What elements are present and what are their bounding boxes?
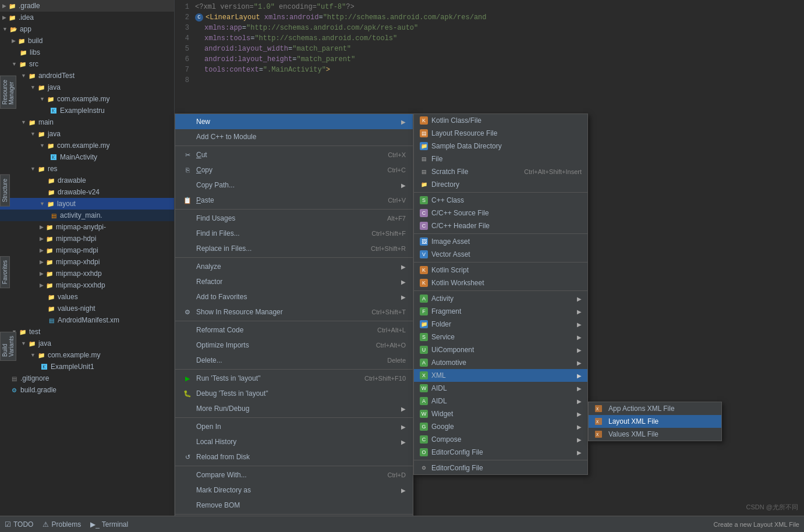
tree-item-drawable-v24[interactable]: 📁 drawable-v24 <box>0 186 174 198</box>
tree-item-exampleunit[interactable]: 🅺 ExampleUnit1 <box>0 361 174 373</box>
submenu-scratch-file[interactable]: ▤ Scratch File Ctrl+Alt+Shift+Insert <box>414 165 587 178</box>
tree-item-build[interactable]: ▶ 📁 build <box>0 35 174 47</box>
menu-item-add-favorites[interactable]: Add to Favorites ▶ <box>175 289 413 304</box>
menu-item-paste[interactable]: 📋 Paste Ctrl+V <box>175 193 413 208</box>
submenu-kotlin-worksheet[interactable]: K Kotlin Worksheet <box>414 276 587 289</box>
tree-item-mipmap-xxhdpi[interactable]: ▶ 📁 mipmap-xxhdp <box>0 268 174 279</box>
tree-item-mipmap-anydpi[interactable]: ▶ 📁 mipmap-anydpi- <box>0 221 174 233</box>
submenu-xml-values[interactable]: X Values XML File <box>589 428 721 441</box>
submenu-cpp-class[interactable]: S C++ Class <box>414 194 587 207</box>
menu-item-replace[interactable]: Replace in Files... Ctrl+Shift+R <box>175 241 413 256</box>
submenu-widget[interactable]: W Widget ▶ <box>414 407 587 420</box>
submenu-automotive[interactable]: A Automotive ▶ <box>414 356 587 369</box>
tree-item-main[interactable]: ▼ 📁 main <box>0 116 174 128</box>
problems-tab[interactable]: ⚠ Problems <box>42 520 81 529</box>
resource-manager-tab[interactable]: Resource Manager <box>0 76 16 109</box>
submenu-arrow: ▶ <box>577 347 582 353</box>
submenu-activity[interactable]: A Activity ▶ <box>414 292 587 305</box>
tree-item-gradle[interactable]: ▶ 📁 .gradle <box>0 0 174 12</box>
tree-item-res[interactable]: ▼ 📁 res <box>0 163 174 175</box>
submenu-aidl[interactable]: A AIDL ▶ <box>414 395 587 407</box>
menu-item-local-history[interactable]: Local History ▶ <box>175 434 413 449</box>
submenu-other[interactable]: O EditorConfig File ▶ <box>414 446 587 459</box>
build-variants-tab[interactable]: Build Variants <box>0 332 16 361</box>
favorites-tab[interactable]: Favorites <box>0 256 10 288</box>
menu-item-reload[interactable]: ↺ Reload from Disk <box>175 449 413 464</box>
submenu-google[interactable]: G Google ▶ <box>414 420 587 433</box>
terminal-tab[interactable]: ▶_ Terminal <box>90 520 128 529</box>
menu-item-add-cpp[interactable]: Add C++ to Module <box>175 129 413 144</box>
submenu-wear[interactable]: W AIDL ▶ <box>414 382 587 395</box>
submenu-image-asset[interactable]: 🖼 Image Asset <box>414 235 587 248</box>
menu-item-cut[interactable]: ✂ Cut Ctrl+X <box>175 147 413 162</box>
menu-item-find-files[interactable]: Find in Files... Ctrl+Shift+F <box>175 226 413 241</box>
structure-tab[interactable]: Structure <box>0 175 10 207</box>
submenu-vector-asset[interactable]: V Vector Asset <box>414 248 587 261</box>
submenu-directory[interactable]: 📁 Directory <box>414 178 587 191</box>
menu-item-remove-bom[interactable]: Remove BOM <box>175 498 413 513</box>
submenu-xml-app-actions[interactable]: X App Actions XML File <box>589 402 721 415</box>
tree-item-androidmanifest[interactable]: ▤ AndroidManifest.xm <box>0 314 174 326</box>
submenu-arrow-icon: ▶ <box>401 294 406 300</box>
tree-item-mipmap-xxxhdpi[interactable]: ▶ 📁 mipmap-xxxhdp <box>0 279 174 291</box>
menu-item-compare[interactable]: Compare With... Ctrl+D <box>175 467 413 483</box>
submenu-folder[interactable]: 📁 Folder ▶ <box>414 318 587 331</box>
tree-item-mipmap-xhdpi[interactable]: ▶ 📁 mipmap-xhdpi <box>0 256 174 268</box>
tree-item-libs[interactable]: 📁 libs <box>0 47 174 58</box>
submenu-kotlin-script[interactable]: K Kotlin Script <box>414 264 587 276</box>
menu-item-open-in[interactable]: Open In ▶ <box>175 419 413 434</box>
menu-item-show-resource[interactable]: ⚙ Show In Resource Manager Ctrl+Shift+T <box>175 304 413 320</box>
file-tree: ▶ 📁 .gradle ▶ 📁 .idea ▼ 📂 app ▶ 📁 build … <box>0 0 175 532</box>
submenu-cpp-header[interactable]: C C/C++ Header File <box>414 219 587 232</box>
submenu-sample-data[interactable]: 📁 Sample Data Directory <box>414 140 587 152</box>
menu-item-refactor[interactable]: Refactor ▶ <box>175 274 413 289</box>
tree-item-build-gradle[interactable]: ⚙ build.gradle <box>0 384 174 396</box>
tree-item-values[interactable]: 📁 values <box>0 291 174 303</box>
submenu-service[interactable]: S Service ▶ <box>414 331 587 343</box>
tree-item-layout[interactable]: ▼ 📁 layout <box>0 198 174 210</box>
menu-item-copy-path[interactable]: Copy Path... ▶ <box>175 178 413 193</box>
menu-item-more-run[interactable]: More Run/Debug ▶ <box>175 401 413 416</box>
tree-item-androidtest[interactable]: ▼ 📁 androidTest <box>0 70 174 81</box>
submenu-xml-layout[interactable]: X Layout XML File <box>589 415 721 428</box>
tree-item-mainactivity[interactable]: 🅺 MainActivity <box>0 151 174 163</box>
submenu-compose[interactable]: C Compose ▶ <box>414 433 587 446</box>
tree-item-com-main[interactable]: ▼ 📁 com.example.my <box>0 140 174 151</box>
submenu-uicomponent[interactable]: U UiComponent ▶ <box>414 343 587 356</box>
submenu-fragment[interactable]: F Fragment ▶ <box>414 305 587 318</box>
tree-item-idea[interactable]: ▶ 📁 .idea <box>0 12 174 23</box>
tree-item-values-night[interactable]: 📁 values-night <box>0 303 174 314</box>
tree-item-gitignore[interactable]: ▤ .gitignore <box>0 373 174 384</box>
submenu-editorconfig[interactable]: ⚙ EditorConfig File <box>414 462 587 474</box>
tree-item-test[interactable]: ▼ 📁 test <box>0 326 174 338</box>
tree-item-activity-main[interactable]: ▤ activity_main. <box>0 210 174 221</box>
tree-item-exampleinstru[interactable]: 🅺 ExampleInstru <box>0 105 174 116</box>
tree-item-src[interactable]: ▼ 📁 src <box>0 58 174 70</box>
menu-item-debug-tests[interactable]: 🐛 Debug 'Tests in 'layout'' <box>175 386 413 401</box>
submenu-cpp-source[interactable]: C C/C++ Source File <box>414 207 587 219</box>
menu-item-copy[interactable]: ⎘ Copy Ctrl+C <box>175 162 413 178</box>
tree-item-java-main[interactable]: ▼ 📁 java <box>0 128 174 140</box>
menu-item-delete[interactable]: Delete... Delete <box>175 353 413 368</box>
folder-icon: 📁 <box>17 36 26 45</box>
submenu-xml[interactable]: X XML ▶ <box>414 369 587 382</box>
submenu-layout-resource[interactable]: ▤ Layout Resource File <box>414 127 587 140</box>
tree-item-java-test[interactable]: ▼ 📁 java <box>0 338 174 349</box>
tree-item-drawable[interactable]: 📁 drawable <box>0 175 174 186</box>
menu-item-run-tests[interactable]: ▶ Run 'Tests in 'layout'' Ctrl+Shift+F10 <box>175 371 413 386</box>
tree-item-app[interactable]: ▼ 📂 app <box>0 23 174 35</box>
tree-item-com-test[interactable]: ▼ 📁 com.example.my <box>0 349 174 361</box>
menu-item-analyze[interactable]: Analyze ▶ <box>175 259 413 274</box>
menu-item-optimize[interactable]: Optimize Imports Ctrl+Alt+O <box>175 338 413 353</box>
menu-item-reformat[interactable]: Reformat Code Ctrl+Alt+L <box>175 322 413 338</box>
tree-item-com-at[interactable]: ▼ 📁 com.example.my <box>0 93 174 105</box>
submenu-kotlin-class[interactable]: K Kotlin Class/File <box>414 114 587 127</box>
tree-item-mipmap-hdpi[interactable]: ▶ 📁 mipmap-hdpi <box>0 233 174 244</box>
menu-item-find-usages[interactable]: Find Usages Alt+F7 <box>175 211 413 226</box>
tree-item-mipmap-mdpi[interactable]: ▶ 📁 mipmap-mdpi <box>0 244 174 256</box>
submenu-file[interactable]: ▤ File <box>414 152 587 165</box>
todo-tab[interactable]: ☑ TODO <box>5 520 33 529</box>
tree-item-java-at[interactable]: ▼ 📁 java <box>0 81 174 93</box>
menu-item-new[interactable]: New ▶ <box>175 114 413 129</box>
menu-item-mark-dir[interactable]: Mark Directory as ▶ <box>175 483 413 498</box>
